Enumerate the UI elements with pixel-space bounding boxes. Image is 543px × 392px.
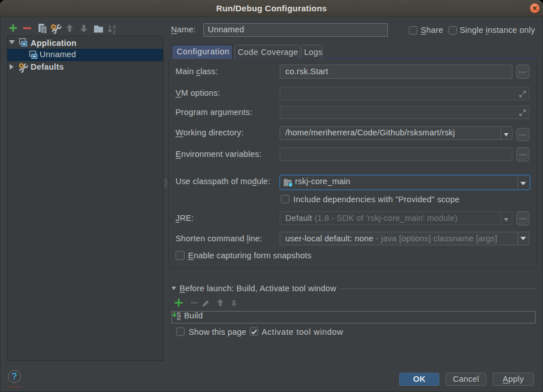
svg-text:z: z	[113, 28, 116, 35]
svg-text:01: 01	[177, 318, 181, 321]
